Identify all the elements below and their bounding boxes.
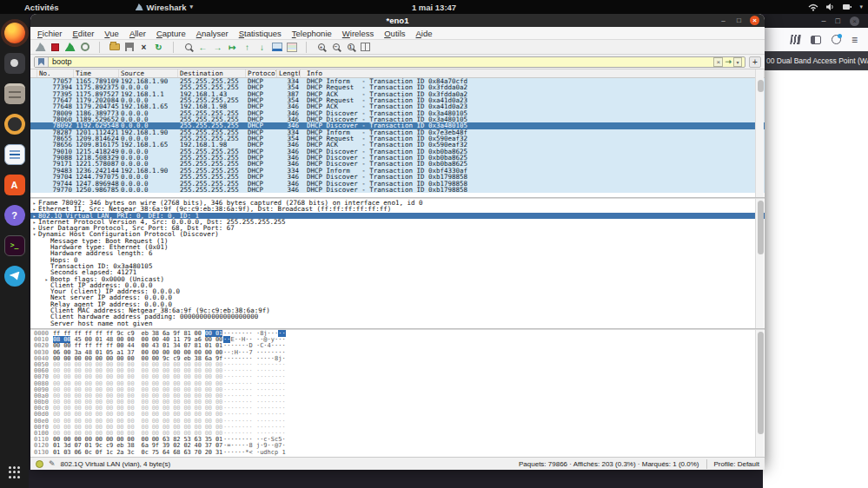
expander-icon[interactable]: ▸	[30, 206, 38, 212]
packet-row[interactable]: 77057 1165.7891093… 192.168.1.90 255.255…	[30, 78, 765, 84]
status-profile[interactable]: Profile: Default	[714, 460, 759, 468]
hex-row[interactable]: 0130 01 03 06 0c 0f 1c 2a 3c 0c 75 64 68…	[30, 450, 765, 456]
column-header-no[interactable]: No.	[37, 69, 74, 77]
filter-dropdown-button[interactable]: ▾	[733, 57, 742, 67]
packet-row[interactable]: 79744 1247.8969482… 0.0.0.0 255.255.255.…	[30, 181, 765, 187]
wireshark-titlebar[interactable]: *eno1 – □ ×	[30, 14, 765, 27]
show-applications-button[interactable]	[0, 461, 29, 484]
menu-item[interactable]: Statistiques	[234, 29, 287, 38]
firefox-minimize-button[interactable]: –	[822, 16, 826, 25]
filter-apply-button[interactable]: ➝	[725, 57, 732, 66]
clock[interactable]: 1 mai 13:47	[412, 3, 456, 12]
scrollbar-thumb[interactable]	[758, 332, 764, 434]
page-title-strip[interactable]: 00 Dual Band Access Point (WAX610)	[763, 51, 868, 70]
expander-icon[interactable]: ▸	[30, 200, 38, 206]
details-scrollbar[interactable]	[755, 199, 764, 328]
expander-icon[interactable]	[43, 238, 50, 244]
packet-list-scrollbar[interactable]	[755, 69, 764, 197]
hex-bytes[interactable]: 01 03 06 0c 0f 1c 2a 3c 0c 75 64 68 63 7…	[53, 450, 223, 456]
expander-icon[interactable]	[43, 244, 50, 250]
filter-clear-button[interactable]: ×	[713, 57, 723, 67]
menu-item[interactable]: Vue	[99, 29, 124, 38]
packet-row[interactable]: 77395 1175.8975276… 192.168.1.1 192.168.…	[30, 91, 765, 97]
menu-item[interactable]: Editer	[68, 29, 100, 38]
library-icon[interactable]	[790, 35, 801, 44]
packet-row[interactable]: 78060 1189.5296520… 0.0.0.0 255.255.255.…	[30, 116, 765, 122]
menu-item[interactable]: Analyser	[191, 29, 234, 38]
dock-item[interactable]	[0, 17, 29, 48]
menu-item[interactable]: Wireless	[337, 29, 379, 38]
column-header-time[interactable]: Time	[74, 69, 119, 77]
expander-icon[interactable]	[43, 263, 50, 269]
dock-item[interactable]	[0, 260, 29, 291]
filter-value[interactable]: bootp	[49, 57, 713, 66]
packet-row[interactable]: 77648 1179.2047454… 192.168.1.65 192.168…	[30, 103, 765, 109]
packet-row[interactable]: 78009 1186.3897738… 0.0.0.0 255.255.255.…	[30, 110, 765, 116]
column-header-info[interactable]: Info	[301, 69, 765, 77]
account-icon[interactable]	[832, 35, 841, 44]
menu-item[interactable]: Aller	[124, 29, 151, 38]
filter-add-button[interactable]: +	[749, 56, 761, 68]
hex-scrollbar[interactable]	[755, 330, 764, 457]
expander-icon[interactable]	[43, 250, 50, 256]
column-header-protocol[interactable]: Protocol	[246, 69, 277, 77]
packet-row[interactable]: 77647 1179.2020848… 0.0.0.0 255.255.255.…	[30, 97, 765, 103]
expander-icon[interactable]: ▸	[30, 225, 38, 231]
app-menu[interactable]: Wireshark ▾	[136, 3, 193, 12]
dock-item[interactable]	[0, 139, 29, 169]
packet-row[interactable]: 79010 1215.4182499… 0.0.0.0 255.255.255.…	[30, 148, 765, 155]
column-header-source[interactable]: Source	[119, 69, 178, 77]
maximize-button[interactable]: □	[734, 16, 744, 25]
close-button[interactable]: ×	[750, 16, 759, 25]
packet-row[interactable]: 78655 1209.8146242… 0.0.0.0 255.255.255.…	[30, 135, 765, 142]
menu-item[interactable]: Telephonie	[287, 29, 337, 38]
expert-info-icon[interactable]	[36, 460, 43, 468]
dock-item[interactable]	[0, 78, 29, 109]
expander-icon[interactable]	[43, 282, 50, 288]
detail-row[interactable]: Transaction ID: 0x3a480105	[30, 263, 765, 269]
activities-button[interactable]: Activités	[24, 3, 59, 12]
expander-icon[interactable]	[43, 320, 50, 326]
hex-ascii[interactable]: ······*< ·udhcp 1	[223, 450, 286, 456]
menu-item[interactable]: Capture	[151, 29, 191, 38]
menu-item[interactable]: Outils	[379, 29, 410, 38]
firefox-close-button[interactable]: ×	[850, 16, 859, 26]
column-header-destination[interactable]: Destination	[178, 69, 246, 77]
expander-icon[interactable]: ▾	[30, 231, 38, 237]
packet-row[interactable]: 79171 1221.5780875… 0.0.0.0 255.255.255.…	[30, 161, 765, 167]
dock-item[interactable]	[0, 109, 29, 139]
detail-row[interactable]: Hardware address length: 6	[30, 250, 765, 256]
dock-item[interactable]: >_	[0, 230, 29, 260]
expander-icon[interactable]	[43, 294, 50, 300]
dock-item[interactable]: ?	[0, 200, 29, 230]
detail-row[interactable]: Server host name not given	[30, 320, 765, 326]
firefox-maximize-button[interactable]: □	[836, 16, 840, 25]
expander-icon[interactable]	[43, 301, 50, 307]
expander-icon[interactable]	[43, 313, 50, 320]
filter-bookmark-button[interactable]	[35, 57, 49, 67]
expander-icon[interactable]	[43, 257, 50, 263]
sidebar-icon[interactable]	[811, 36, 821, 44]
menu-item[interactable]: Fichier	[32, 29, 68, 38]
minimize-button[interactable]: –	[719, 16, 728, 25]
column-header-length[interactable]: Length	[277, 69, 301, 77]
expander-icon[interactable]: ▸	[43, 276, 50, 282]
scrollbar-thumb[interactable]	[758, 80, 764, 92]
packet-row[interactable]: 78656 1209.8161759… 192.168.1.65 192.168…	[30, 142, 765, 148]
packet-row[interactable]: 78092 1192.6295484… 0.0.0.0 255.255.255.…	[30, 122, 765, 129]
packet-row[interactable]: 79483 1236.2421441… 192.168.1.90 255.255…	[30, 168, 765, 174]
capture-comment-icon[interactable]: ✎	[49, 459, 56, 468]
packet-row[interactable]: 79704 1244.7970756… 0.0.0.0 255.255.255.…	[30, 174, 765, 180]
display-filter-input[interactable]: bootp × ➝ ▾	[34, 56, 745, 68]
expander-icon[interactable]	[43, 307, 50, 313]
dock-item[interactable]: A	[0, 169, 29, 200]
menu-item[interactable]: Aide	[411, 29, 438, 38]
expander-icon[interactable]: ▸	[30, 219, 38, 225]
packet-row[interactable]: 79770 1250.9867858… 0.0.0.0 255.255.255.…	[30, 187, 765, 193]
menu-icon[interactable]: ≡	[851, 36, 858, 44]
packet-row[interactable]: 77394 1175.8923759… 0.0.0.0 255.255.255.…	[30, 84, 765, 90]
scrollbar-thumb[interactable]	[758, 201, 764, 254]
expander-icon[interactable]	[43, 269, 50, 275]
packet-row[interactable]: 78287 1201.1124212… 192.168.1.90 255.255…	[30, 129, 765, 135]
dock-item[interactable]	[0, 48, 29, 78]
